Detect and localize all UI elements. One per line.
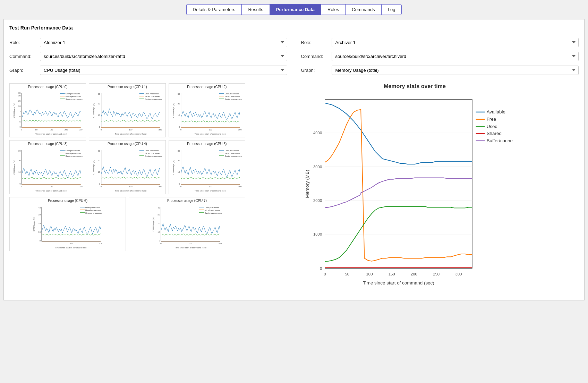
svg-text:Free: Free	[487, 117, 496, 122]
svg-text:0: 0	[21, 129, 23, 131]
main-content: Test Run Performance Data Role: Atomizer…	[3, 19, 585, 300]
svg-text:40: 40	[38, 207, 41, 209]
svg-text:100: 100	[208, 186, 212, 188]
svg-text:CPU Usage (%): CPU Usage (%)	[33, 217, 35, 232]
tab-results[interactable]: Results	[241, 4, 269, 15]
svg-text:System processes: System processes	[224, 155, 241, 157]
cpu-5-title: Processor usage (CPU 5)	[170, 142, 244, 146]
svg-text:100: 100	[189, 242, 193, 245]
tab-details[interactable]: Details & Parameters	[186, 4, 242, 15]
svg-text:Niced processes: Niced processes	[145, 95, 160, 97]
cpu-5-chart: Processor usage (CPU 5) User processes N…	[169, 140, 245, 194]
svg-text:30: 30	[18, 150, 21, 152]
svg-text:10: 10	[38, 231, 41, 233]
svg-text:25: 25	[18, 100, 21, 102]
svg-text:300: 300	[455, 272, 462, 276]
cpu-1-svg: User processes Niced processes System pr…	[91, 90, 164, 135]
right-role-select[interactable]: Archiver 1	[332, 38, 579, 47]
cpu-7-title: Processor usage (CPU 7)	[130, 199, 244, 203]
svg-text:User processes: User processes	[145, 93, 160, 95]
svg-text:100: 100	[50, 129, 53, 131]
cpu-6-svg: User processes Niced processes System pr…	[11, 203, 124, 248]
cpu-2-title: Processor usage (CPU 2)	[170, 85, 244, 89]
svg-text:Time since start of command (s: Time since start of command (sec)	[115, 190, 147, 192]
tab-log[interactable]: Log	[381, 4, 402, 15]
svg-text:Niced processes: Niced processes	[224, 95, 240, 97]
cpu-0-title: Processor usage (CPU 0)	[11, 85, 84, 89]
svg-text:System processes: System processes	[145, 155, 162, 157]
svg-text:35: 35	[18, 92, 21, 94]
cpu-3-svg: User processes Niced processes System pr…	[11, 146, 84, 192]
right-command-select[interactable]: sources/build/src/archiver/archiverd	[332, 52, 579, 61]
left-role-select[interactable]: Atomizer 1	[40, 38, 287, 47]
svg-text:300: 300	[238, 129, 242, 131]
x-axis-label: Time since start of command (sec)	[363, 280, 434, 286]
svg-text:0: 0	[101, 186, 102, 188]
svg-text:Time since start of command (s: Time since start of command (sec)	[55, 247, 87, 248]
svg-text:50: 50	[345, 272, 349, 276]
svg-text:10: 10	[18, 116, 21, 118]
svg-text:Time since start of command (s: Time since start of command (sec)	[194, 190, 226, 192]
cpu-6-title: Processor usage (CPU 6)	[11, 199, 124, 203]
svg-text:30: 30	[18, 95, 21, 97]
svg-text:300: 300	[79, 129, 83, 131]
svg-text:5: 5	[19, 121, 21, 123]
svg-text:300: 300	[218, 242, 222, 245]
cpu-2-svg: User processes Niced processes System pr…	[170, 90, 244, 135]
tab-commands[interactable]: Commands	[345, 4, 381, 15]
svg-text:100: 100	[69, 242, 73, 245]
svg-text:0: 0	[19, 126, 21, 128]
left-graph-select[interactable]: CPU Usage (total)	[40, 66, 287, 75]
cpu-3-chart: Processor usage (CPU 3) User processes N…	[9, 140, 86, 194]
memory-chart-svg: Available Free Used Shared Buffer/cache	[251, 92, 579, 293]
svg-text:20: 20	[18, 105, 21, 107]
svg-text:Time since start of command (s: Time since start of command (sec)	[194, 133, 226, 135]
svg-text:0: 0	[320, 266, 322, 271]
svg-text:0: 0	[40, 240, 41, 242]
svg-text:Niced processes: Niced processes	[66, 95, 81, 97]
svg-text:Niced processes: Niced processes	[85, 209, 101, 211]
svg-text:10: 10	[178, 114, 180, 116]
svg-text:250: 250	[433, 272, 440, 276]
svg-text:System processes: System processes	[205, 212, 222, 214]
tab-roles[interactable]: Roles	[321, 4, 345, 15]
charts-area: Processor usage (CPU 0) User processes N…	[9, 83, 579, 295]
svg-text:0: 0	[160, 242, 162, 245]
svg-text:4000: 4000	[313, 131, 322, 135]
svg-text:300: 300	[238, 186, 242, 188]
svg-text:10: 10	[157, 231, 160, 233]
svg-text:10: 10	[18, 171, 21, 173]
svg-text:System processes: System processes	[224, 98, 241, 100]
left-command-select[interactable]: sources/build/src/atomizer/atomizer-raft…	[40, 52, 287, 61]
left-control-section: Role: Atomizer 1 Command: sources/build/…	[9, 36, 287, 76]
svg-text:CPU Usage (%): CPU Usage (%)	[93, 160, 95, 175]
svg-text:20: 20	[98, 160, 100, 162]
svg-text:CPU Usage (%): CPU Usage (%)	[93, 103, 95, 118]
svg-text:1000: 1000	[313, 232, 322, 236]
svg-text:0: 0	[99, 126, 101, 128]
svg-text:200: 200	[65, 129, 68, 131]
tab-performance[interactable]: Performance Data	[270, 4, 321, 15]
svg-text:System processes: System processes	[66, 155, 83, 157]
svg-text:System processes: System processes	[66, 98, 83, 100]
controls-row: Role: Atomizer 1 Command: sources/build/…	[9, 36, 579, 76]
right-graph-select[interactable]: Memory Usage (total)	[332, 66, 579, 75]
svg-text:150: 150	[389, 272, 395, 276]
svg-text:Time since start of command (s: Time since start of command (sec)	[174, 247, 206, 248]
cpu-4-title: Processor usage (CPU 4)	[91, 142, 164, 146]
svg-text:200: 200	[411, 272, 417, 276]
svg-text:0: 0	[99, 183, 101, 185]
svg-text:Niced processes: Niced processes	[145, 152, 160, 154]
svg-text:30: 30	[38, 214, 41, 216]
svg-text:10: 10	[98, 114, 100, 116]
tabs-bar: Details & Parameters Results Performance…	[0, 0, 588, 19]
svg-text:20: 20	[38, 222, 41, 224]
svg-text:CPU Usage (%): CPU Usage (%)	[13, 160, 15, 175]
svg-text:User processes: User processes	[66, 150, 80, 152]
svg-text:0: 0	[180, 186, 182, 188]
svg-text:CPU Usage (%): CPU Usage (%)	[13, 103, 15, 118]
svg-text:20: 20	[98, 103, 100, 105]
svg-text:30: 30	[157, 214, 160, 216]
svg-text:User processes: User processes	[145, 150, 160, 152]
svg-text:User processes: User processes	[85, 206, 100, 208]
